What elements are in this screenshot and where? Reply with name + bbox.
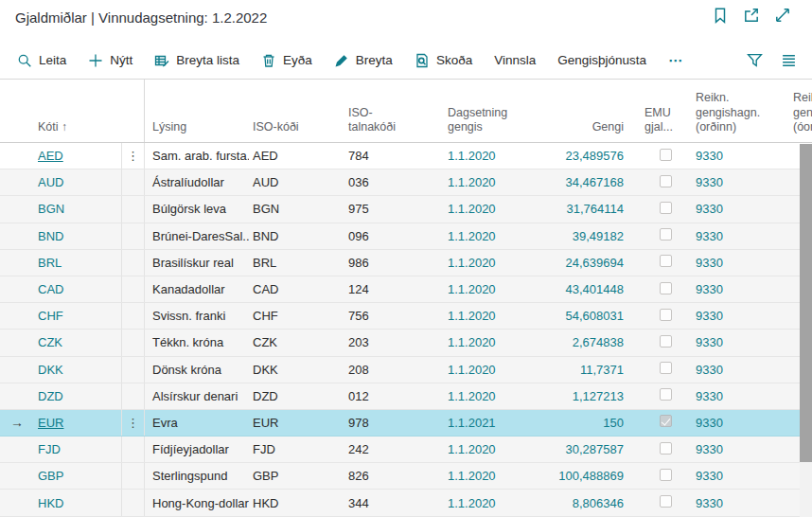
search-button[interactable]: Leita (17, 53, 66, 68)
view-button[interactable]: Skoða (415, 53, 472, 68)
currency-code-link[interactable]: CHF (34, 309, 121, 323)
description-cell[interactable]: Dönsk króna (145, 363, 249, 377)
iso-code-cell[interactable]: CZK (249, 335, 339, 349)
gain-account-link[interactable]: 9330 (684, 335, 784, 349)
iso-numeric-cell[interactable]: 036 (339, 175, 424, 189)
row-menu-cell[interactable]: ⋮ (121, 330, 145, 355)
filter-icon[interactable] (747, 52, 763, 68)
row-menu-cell[interactable]: ⋮ (121, 250, 145, 276)
gain-account-link[interactable]: 9330 (684, 363, 784, 377)
description-cell[interactable]: Ástralíudollar (145, 175, 249, 189)
column-header-realized-gain[interactable]: Reikn. gengishagn. (orðinn) (684, 91, 784, 142)
gain-account-link[interactable]: 9330 (684, 469, 784, 483)
exchange-rate-link[interactable]: 2,674838 (523, 335, 627, 349)
iso-code-cell[interactable]: AUD (249, 175, 339, 189)
exchange-rate-link[interactable]: 23,489576 (523, 149, 627, 163)
iso-code-cell[interactable]: FJD (249, 442, 339, 456)
rate-date-link[interactable]: 1.1.2020 (424, 496, 523, 510)
emu-checkbox[interactable] (660, 202, 672, 214)
currency-code-link[interactable]: FJD (34, 442, 121, 456)
row-menu-cell[interactable]: ⋮ (121, 383, 145, 409)
rate-date-link[interactable]: 1.1.2021 (424, 416, 523, 430)
edit-list-button[interactable]: Breyta lista (154, 53, 239, 68)
gain-account-link[interactable]: 9330 (684, 202, 784, 216)
currency-code-link[interactable]: GBP (34, 469, 121, 483)
currency-code-link[interactable]: DZD (34, 389, 121, 403)
table-row[interactable]: → BRL ⋮ Brasilískur real BRL 986 1.1.202… (0, 250, 812, 276)
iso-numeric-cell[interactable]: 096 (339, 229, 424, 243)
iso-numeric-cell[interactable]: 978 (339, 416, 424, 430)
row-menu-cell[interactable]: ⋮ (121, 196, 145, 222)
rate-date-link[interactable]: 1.1.2020 (424, 309, 523, 323)
gain-account-link[interactable]: 9330 (684, 442, 784, 456)
delete-button[interactable]: Eyða (261, 53, 312, 68)
table-row[interactable]: → EUR ⋮ Evra EUR 978 1.1.2021 150 9330 (0, 410, 812, 437)
rate-date-link[interactable]: 1.1.2020 (424, 389, 523, 403)
iso-code-cell[interactable]: BGN (249, 202, 339, 216)
iso-code-cell[interactable]: DKK (249, 363, 339, 377)
iso-code-cell[interactable]: HKD (249, 496, 339, 510)
exchange-rate-link[interactable]: 34,467168 (523, 175, 627, 189)
expand-icon[interactable] (774, 7, 791, 24)
description-cell[interactable]: Sam. arab. fursta... (145, 149, 249, 163)
rate-date-link[interactable]: 1.1.2020 (424, 256, 523, 270)
exchange-rate-link[interactable]: 31,764114 (523, 202, 627, 216)
rate-date-link[interactable]: 1.1.2020 (424, 469, 523, 483)
row-menu-cell[interactable]: ⋮ (121, 437, 145, 462)
rate-date-link[interactable]: 1.1.2020 (424, 175, 523, 189)
table-row[interactable]: → CZK ⋮ Tékkn. króna CZK 203 1.1.2020 2,… (0, 330, 812, 356)
new-button[interactable]: Nýtt (88, 53, 132, 68)
iso-numeric-cell[interactable]: 124 (339, 282, 424, 296)
iso-code-cell[interactable]: CAD (249, 282, 339, 296)
table-row[interactable]: → DZD ⋮ Alsírskur denari DZD 012 1.1.202… (0, 383, 812, 410)
row-menu-cell[interactable]: ⋮ (121, 357, 145, 383)
gain-account-link[interactable]: 9330 (684, 175, 784, 189)
iso-numeric-cell[interactable]: 986 (339, 256, 424, 270)
table-row[interactable]: → HKD ⋮ Hong-Kong-dollar HKD 344 1.1.202… (0, 490, 812, 516)
table-row[interactable]: → DKK ⋮ Dönsk króna DKK 208 1.1.2020 11,… (0, 357, 812, 383)
column-header-rate[interactable]: Gengi (523, 120, 627, 142)
row-options-icon[interactable]: ⋮ (127, 149, 139, 163)
emu-checkbox[interactable] (660, 362, 672, 374)
row-menu-cell[interactable]: ⋮ (121, 490, 145, 515)
scrollbar-thumb[interactable] (800, 144, 812, 462)
exchange-rate-link[interactable]: 24,639694 (523, 256, 627, 270)
emu-checkbox[interactable] (660, 335, 672, 348)
open-in-new-window-icon[interactable] (743, 7, 760, 24)
emu-checkbox[interactable] (660, 255, 672, 267)
table-row[interactable]: → CHF ⋮ Svissn. franki CHF 756 1.1.2020 … (0, 303, 812, 330)
row-menu-cell[interactable]: ⋮ (121, 169, 145, 195)
description-cell[interactable]: Evra (145, 416, 249, 430)
description-cell[interactable]: Tékkn. króna (145, 335, 249, 349)
iso-numeric-cell[interactable]: 344 (339, 496, 424, 510)
emu-checkbox[interactable] (660, 469, 672, 481)
row-menu-cell[interactable]: ⋮ (121, 463, 145, 489)
exchange-rate-link[interactable]: 43,401448 (523, 282, 627, 296)
emu-checkbox[interactable] (660, 388, 672, 401)
rate-date-link[interactable]: 1.1.2020 (424, 229, 523, 243)
process-menu[interactable]: Vinnsla (494, 53, 536, 67)
emu-checkbox[interactable] (660, 309, 672, 321)
column-header-unrealized-gain[interactable]: Reikn. gengishagn. (óorðinn) (784, 91, 812, 142)
gain-account-link[interactable]: 9330 (684, 282, 784, 296)
column-header-rate-date[interactable]: Dagsetning gengis (424, 106, 523, 142)
row-menu-cell[interactable]: ⋮ (121, 303, 145, 329)
table-row[interactable]: → AED ⋮ Sam. arab. fursta... AED 784 1.1… (0, 143, 812, 169)
gain-account-link[interactable]: 9330 (684, 149, 784, 163)
iso-numeric-cell[interactable]: 203 (339, 335, 424, 349)
iso-numeric-cell[interactable]: 242 (339, 442, 424, 456)
exchange-rate-link[interactable]: 8,806346 (523, 496, 627, 510)
gain-account-link[interactable]: 9330 (684, 256, 784, 270)
table-row[interactable]: → GBP ⋮ Sterlingspund GBP 826 1.1.2020 1… (0, 463, 812, 490)
currency-code-link[interactable]: BRL (34, 256, 121, 270)
rate-date-link[interactable]: 1.1.2020 (424, 335, 523, 349)
rate-date-link[interactable]: 1.1.2020 (424, 442, 523, 456)
gain-account-link[interactable]: 9330 (684, 389, 784, 403)
table-row[interactable]: → BND ⋮ Brúnei-DaresSal... BND 096 1.1.2… (0, 223, 812, 250)
iso-numeric-cell[interactable]: 756 (339, 309, 424, 323)
description-cell[interactable]: Kanadadollar (145, 282, 249, 296)
gain-account-link[interactable]: 9330 (684, 496, 784, 510)
currency-code-link[interactable]: DKK (34, 363, 121, 377)
iso-code-cell[interactable]: BRL (249, 256, 339, 270)
gain-account-link[interactable]: 9330 (684, 229, 784, 243)
